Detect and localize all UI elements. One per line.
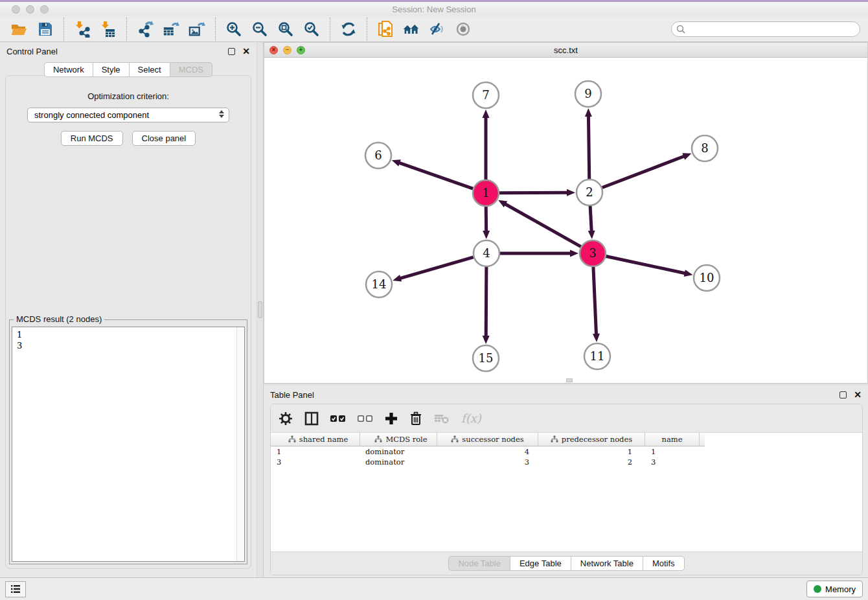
import-table-icon[interactable] xyxy=(100,20,117,38)
graph-arrowhead xyxy=(593,334,600,342)
export-image-icon[interactable] xyxy=(188,20,205,38)
network-canvas[interactable]: 1234678910111415 xyxy=(264,58,867,383)
float-table-panel-icon[interactable] xyxy=(839,391,847,398)
delete-table-icon-disabled[interactable] xyxy=(434,413,450,424)
graph-edge-4-15[interactable] xyxy=(486,267,486,337)
criterion-select[interactable]: strongly connected component xyxy=(27,108,229,122)
table-cell[interactable]: 2 xyxy=(538,457,645,467)
export-table-icon[interactable] xyxy=(163,20,179,38)
table-cell[interactable]: dominator xyxy=(360,447,437,456)
graph-edge-4-14[interactable] xyxy=(400,257,474,279)
open-session-icon[interactable] xyxy=(11,20,28,38)
optimization-criterion-label: Optimization criterion: xyxy=(87,91,169,101)
homes-icon[interactable] xyxy=(403,20,420,38)
zoom-selected-icon[interactable] xyxy=(303,20,320,38)
import-network-icon[interactable] xyxy=(74,20,91,38)
result-line: 1 xyxy=(17,329,244,340)
result-scrollbar[interactable] xyxy=(236,327,244,561)
tab-mcds[interactable]: MCDS xyxy=(170,62,212,77)
column-header-successor-nodes[interactable]: successor nodes xyxy=(437,433,538,446)
toolbar-separator xyxy=(330,17,330,41)
refresh-layout-icon[interactable] xyxy=(340,20,357,38)
tab-node-table[interactable]: Node Table xyxy=(448,556,510,571)
table-cell[interactable]: 3 xyxy=(645,457,700,467)
zoom-fit-icon[interactable] xyxy=(277,20,294,38)
table-header-row: shared name MCDS role successor nodes xyxy=(271,433,705,446)
table-card: f(x) shared name MCDS role xyxy=(270,404,863,575)
mcds-result-title: MCDS result (2 nodes) xyxy=(14,314,104,324)
table-panel: Table Panel ✕ xyxy=(264,386,868,577)
graph-edge-2-3[interactable] xyxy=(590,206,591,232)
network-from-selection-icon[interactable] xyxy=(377,20,394,38)
column-header-name[interactable]: name xyxy=(645,433,700,446)
graph-node-label: 8 xyxy=(701,141,708,155)
add-column-icon[interactable] xyxy=(385,412,398,425)
graph-edge-1-6[interactable] xyxy=(398,163,473,189)
tab-network[interactable]: Network xyxy=(44,62,93,77)
hide-selected-icon[interactable] xyxy=(429,20,446,38)
table-cell[interactable]: 3 xyxy=(437,457,538,467)
table-cell[interactable]: 4 xyxy=(437,447,538,456)
graph-arrowhead xyxy=(682,153,691,159)
tab-style[interactable]: Style xyxy=(93,62,129,77)
graph-arrowhead xyxy=(393,275,402,282)
show-all-icon[interactable] xyxy=(455,20,472,38)
save-session-icon[interactable] xyxy=(37,20,54,38)
status-bar: Memory xyxy=(0,577,868,600)
table-cell[interactable]: 1 xyxy=(645,447,700,456)
table-cell[interactable]: 3 xyxy=(271,457,360,467)
list-icon xyxy=(10,584,21,594)
table-cell[interactable]: 1 xyxy=(538,447,645,456)
graph-edge-1-2[interactable] xyxy=(499,192,568,193)
table-row[interactable]: 3dominator323 xyxy=(271,457,862,467)
memory-button[interactable]: Memory xyxy=(806,581,863,597)
tab-edge-table[interactable]: Edge Table xyxy=(510,556,571,571)
export-network-icon[interactable] xyxy=(137,20,154,38)
deselect-all-columns-icon[interactable] xyxy=(358,414,373,423)
table-row[interactable]: 1dominator411 xyxy=(271,446,862,457)
close-table-panel-icon[interactable]: ✕ xyxy=(854,390,862,399)
graph-edge-3-10[interactable] xyxy=(606,256,686,273)
control-panel: Control Panel ✕ Network Style Select MCD… xyxy=(0,42,257,577)
graph-arrowhead xyxy=(392,159,401,166)
gear-icon[interactable] xyxy=(279,411,293,426)
graph-node-label: 11 xyxy=(590,349,605,363)
column-header-mcds-role[interactable]: MCDS role xyxy=(360,433,437,446)
column-header-shared-name[interactable]: shared name xyxy=(271,433,360,446)
graph-edge-2-9[interactable] xyxy=(588,115,589,179)
column-type-icon xyxy=(288,435,296,443)
search-input[interactable] xyxy=(671,21,860,37)
network-graph: 1234678910111415 xyxy=(264,58,867,383)
graph-arrowhead xyxy=(483,231,490,239)
delete-column-icon[interactable] xyxy=(409,411,422,426)
zoom-out-icon[interactable] xyxy=(251,20,268,38)
main-titlebar: Session: New Session xyxy=(0,2,868,16)
tab-network-table[interactable]: Network Table xyxy=(571,556,643,571)
graph-edge-3-1[interactable] xyxy=(505,203,581,246)
toolbar-separator xyxy=(367,17,367,41)
tab-select[interactable]: Select xyxy=(129,62,170,77)
vertical-splitter[interactable] xyxy=(257,42,264,577)
graph-edge-2-8[interactable] xyxy=(602,156,685,188)
float-panel-icon[interactable] xyxy=(228,48,235,55)
column-view-icon[interactable] xyxy=(304,411,319,426)
graph-node-label: 9 xyxy=(584,87,591,100)
graph-edge-3-11[interactable] xyxy=(593,267,597,335)
zoom-in-icon[interactable] xyxy=(225,20,242,38)
function-builder-icon-disabled[interactable]: f(x) xyxy=(461,411,481,425)
table-cell[interactable]: dominator xyxy=(360,457,437,467)
table-cell[interactable]: 1 xyxy=(271,447,360,456)
splitter-handle[interactable] xyxy=(258,301,262,318)
graph-node-label: 6 xyxy=(374,148,382,162)
close-panel-icon[interactable]: ✕ xyxy=(242,47,250,56)
run-mcds-button[interactable]: Run MCDS xyxy=(61,131,123,146)
table-tabs-bar: Node Table Edge Table Network Table Moti… xyxy=(271,551,862,575)
canvas-resize-handle[interactable] xyxy=(566,378,573,382)
task-history-button[interactable] xyxy=(5,581,26,597)
column-header-predecessor-nodes[interactable]: predecessor nodes xyxy=(538,433,645,446)
close-panel-button[interactable]: Close panel xyxy=(132,131,196,146)
mcds-result-textarea[interactable]: 1 3 xyxy=(12,327,245,562)
toolbar-separator xyxy=(126,17,127,41)
select-all-columns-icon[interactable] xyxy=(330,414,346,423)
tab-motifs[interactable]: Motifs xyxy=(643,556,685,571)
